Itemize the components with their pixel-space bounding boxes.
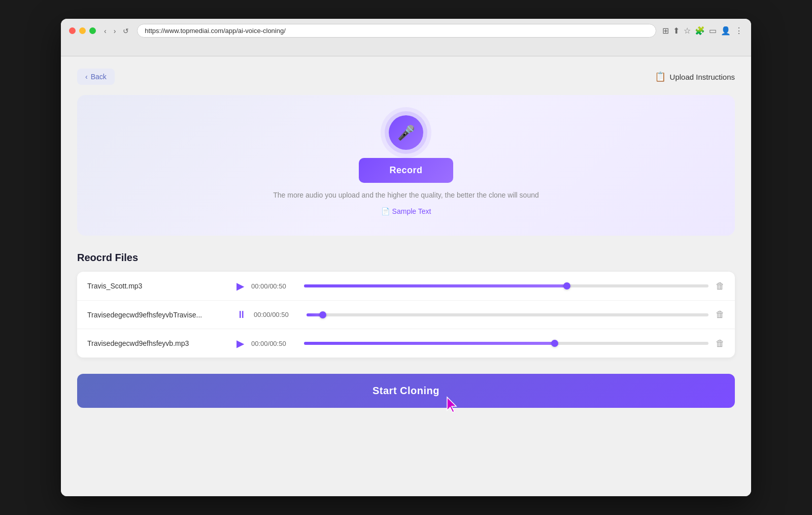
tab-icon[interactable]: ⊞ bbox=[662, 26, 669, 36]
minimize-button[interactable] bbox=[79, 27, 86, 34]
upload-instructions-label: Upload Instructions bbox=[670, 73, 735, 81]
close-button[interactable] bbox=[69, 27, 76, 34]
progress-fill bbox=[304, 342, 555, 345]
refresh-button[interactable]: ↺ bbox=[121, 26, 131, 36]
progress-fill bbox=[304, 284, 567, 287]
mic-button[interactable]: 🎤 bbox=[389, 115, 423, 150]
document-icon: 📋 bbox=[655, 71, 666, 82]
table-row: Travisedegecwd9efhsfeyvbTravise... ⏸ 00:… bbox=[77, 301, 735, 329]
file-name: Travis_Scott.mp3 bbox=[87, 282, 229, 290]
back-label: Back bbox=[91, 73, 107, 81]
back-button[interactable]: ‹ Back bbox=[77, 69, 115, 85]
document-small-icon: 📄 bbox=[381, 207, 390, 215]
menu-icon[interactable]: ⋮ bbox=[735, 26, 743, 36]
delete-button[interactable]: 🗑 bbox=[716, 309, 725, 320]
progress-bar[interactable] bbox=[307, 313, 708, 316]
play-button[interactable]: ▶ bbox=[236, 280, 244, 292]
microphone-icon: 🎤 bbox=[397, 124, 415, 141]
back-nav-button[interactable]: ‹ bbox=[102, 26, 109, 36]
cloning-section: Start Cloning bbox=[77, 370, 735, 408]
time-display: 00:00/00:50 bbox=[251, 282, 297, 290]
back-chevron-icon: ‹ bbox=[85, 73, 88, 81]
progress-thumb bbox=[563, 282, 570, 289]
share-icon[interactable]: ⬆ bbox=[673, 26, 680, 36]
table-row: Travis_Scott.mp3 ▶ 00:00/00:50 🗑 bbox=[77, 272, 735, 301]
delete-button[interactable]: 🗑 bbox=[716, 281, 725, 292]
profile-icon[interactable]: 👤 bbox=[721, 26, 731, 36]
progress-bar[interactable] bbox=[304, 284, 708, 287]
bookmark-icon[interactable]: ☆ bbox=[684, 26, 691, 36]
extension-icon[interactable]: 🧩 bbox=[695, 26, 705, 36]
record-card: 🎤 Record The more audio you upload and t… bbox=[77, 95, 735, 236]
progress-thumb bbox=[319, 311, 326, 318]
files-section: Reocrd Files Travis_Scott.mp3 ▶ 00:00/00… bbox=[77, 252, 735, 358]
sidebar-icon[interactable]: ▭ bbox=[709, 26, 717, 36]
progress-fill bbox=[307, 313, 323, 316]
sample-text-link[interactable]: 📄 Sample Text bbox=[381, 207, 431, 215]
files-list: Travis_Scott.mp3 ▶ 00:00/00:50 🗑 Travise… bbox=[77, 272, 735, 358]
maximize-button[interactable] bbox=[89, 27, 96, 34]
page-header: ‹ Back 📋 Upload Instructions bbox=[77, 69, 735, 85]
file-name: Travisedegecwd9efhsfeyvb.mp3 bbox=[87, 339, 229, 347]
time-display: 00:00/00:50 bbox=[254, 311, 299, 318]
record-button[interactable]: Record bbox=[359, 158, 453, 183]
start-cloning-button[interactable]: Start Cloning bbox=[77, 374, 735, 408]
delete-button[interactable]: 🗑 bbox=[716, 338, 725, 349]
play-button[interactable]: ▶ bbox=[236, 337, 244, 349]
forward-nav-button[interactable]: › bbox=[112, 26, 118, 36]
pause-button[interactable]: ⏸ bbox=[236, 309, 247, 320]
progress-bar[interactable] bbox=[304, 342, 708, 345]
record-hint: The more audio you upload and the higher… bbox=[273, 191, 539, 199]
table-row: Travisedegecwd9efhsfeyvb.mp3 ▶ 00:00/00:… bbox=[77, 329, 735, 358]
url-bar[interactable]: https://www.topmediai.com/app/ai-voice-c… bbox=[137, 24, 656, 38]
file-name: Travisedegecwd9efhsfeyvbTravise... bbox=[87, 311, 229, 319]
progress-thumb bbox=[551, 340, 558, 347]
upload-instructions-button[interactable]: 📋 Upload Instructions bbox=[655, 71, 735, 82]
files-title: Reocrd Files bbox=[77, 252, 735, 264]
time-display: 00:00/00:50 bbox=[251, 340, 297, 347]
url-text: https://www.topmediai.com/app/ai-voice-c… bbox=[145, 27, 285, 35]
